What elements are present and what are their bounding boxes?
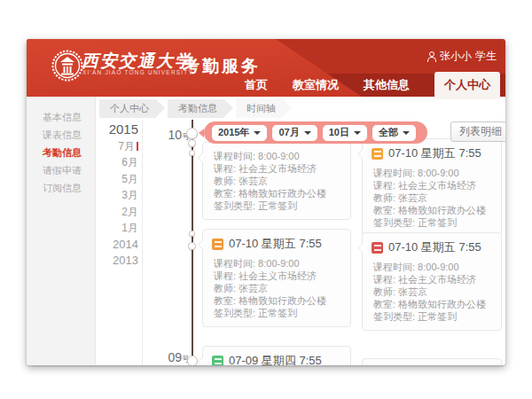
course-time: 课程时间: 8:00-9:00	[373, 167, 490, 179]
month-dropdown[interactable]: 07月	[272, 125, 317, 141]
course-name: 课程: 社会主义市场经济	[214, 162, 340, 175]
chevron-down-icon	[403, 131, 410, 135]
classroom: 教室: 格物致知行政办公楼	[214, 294, 340, 307]
teacher: 教师: 张芸京	[214, 175, 340, 187]
sidebar-item-basic-info[interactable]: 基本信息	[27, 108, 95, 126]
user-role: 学生	[475, 49, 497, 64]
card-title: 07-09 星期四 7:55	[229, 353, 322, 365]
card-pointer	[198, 356, 203, 365]
card-pointer	[198, 153, 203, 163]
list-detail-button[interactable]: 列表明细	[450, 121, 505, 142]
day-label-09: 09号	[151, 349, 190, 365]
attendance-card: 07-09 星期四 7:55 课程时间: 8:00-9:00 课程: 社会主义市…	[202, 346, 351, 365]
breadcrumb-attendance-info[interactable]: 考勤信息	[168, 99, 224, 118]
signin-type: 签到类型: 正常签到	[214, 200, 340, 212]
timeline-year-nav: 2015 7月 6月 5月 3月 2月 1月 2014 2013	[98, 121, 138, 270]
timeline-node	[189, 150, 195, 156]
course-time: 课程时间: 8:00-9:00	[373, 261, 490, 273]
card-title: 07-10 星期五 7:55	[388, 239, 481, 255]
month-nav-jun[interactable]: 6月	[98, 154, 138, 171]
card-title: 07-10 星期五 7:55	[388, 145, 481, 161]
university-logo-icon	[51, 50, 83, 82]
chevron-down-icon	[254, 131, 261, 135]
year-nav-2015[interactable]: 2015	[98, 121, 138, 138]
month-nav-may[interactable]: 5月	[98, 171, 138, 188]
card-pointer	[357, 149, 363, 160]
attendance-card: 07-10 星期五 7:55 课程时间: 8:00-9:00 课程: 社会主义市…	[202, 229, 351, 327]
timeline-node	[186, 128, 198, 139]
sidebar-item-leave-request[interactable]: 请假申请	[27, 161, 95, 179]
sidebar: 基本信息 课表信息 考勤信息 请假申请 订阅信息	[27, 97, 96, 365]
filter-bar: 2015年 07月 10日 全部	[204, 121, 427, 144]
user-info: 张小小 学生	[426, 49, 497, 64]
user-name: 张小小	[440, 49, 472, 64]
course-name: 课程: 社会主义市场经济	[214, 270, 340, 282]
classroom: 教室: 格物致知行政办公楼	[373, 204, 490, 216]
month-nav-jan[interactable]: 1月	[98, 220, 138, 237]
course-name: 课程: 社会主义市场经济	[373, 179, 490, 192]
scope-dropdown[interactable]: 全部	[372, 125, 416, 141]
card-pointer	[198, 239, 203, 250]
card-pointer	[357, 243, 363, 254]
breadcrumb-personal-center[interactable]: 个人中心	[99, 99, 156, 118]
card-title: 07-10 星期五 7:55	[229, 236, 322, 252]
timeline-cursor	[137, 142, 138, 151]
app-window: 西安交通大学 XI'AN JIAO TONG UNIVERSITY 考勤服务 张…	[27, 39, 505, 365]
teacher: 教师: 张芸京	[373, 192, 490, 204]
day-label-10: 10号	[151, 127, 190, 143]
chevron-down-icon	[304, 131, 311, 135]
chevron-down-icon	[354, 131, 361, 135]
app-header: 西安交通大学 XI'AN JIAO TONG UNIVERSITY 考勤服务 张…	[27, 39, 505, 97]
classroom: 教室: 格物致知行政办公楼	[214, 187, 340, 200]
status-badge-icon	[212, 356, 223, 366]
signin-type: 签到类型: 正常签到	[373, 216, 490, 229]
sidebar-item-attendance-info[interactable]: 考勤信息	[27, 144, 95, 161]
teacher: 教师: 张芸京	[373, 286, 490, 298]
course-name: 课程: 社会主义市场经济	[373, 273, 490, 286]
course-time: 课程时间: 8:00-9:00	[214, 150, 340, 162]
university-name-en: XI'AN JIAO TONG UNIVERSITY	[82, 69, 193, 75]
attendance-card	[362, 358, 502, 365]
sidebar-item-subscription-info[interactable]: 订阅信息	[27, 179, 95, 197]
month-nav-mar[interactable]: 3月	[98, 187, 138, 204]
breadcrumb: 个人中心 考勤信息 时间轴	[99, 99, 294, 118]
vertical-divider	[142, 120, 143, 365]
nav-item-home[interactable]: 首页	[245, 77, 268, 93]
status-badge-icon	[372, 148, 383, 160]
month-nav-feb[interactable]: 2月	[98, 204, 138, 221]
timeline-node	[188, 139, 196, 147]
course-time: 课程时间: 8:00-9:00	[214, 257, 340, 270]
person-icon	[426, 51, 436, 61]
timeline-node	[189, 231, 195, 237]
classroom: 教室: 格物致知行政办公楼	[373, 298, 490, 310]
year-nav-2013[interactable]: 2013	[98, 253, 138, 270]
signin-type: 签到类型: 正常签到	[214, 307, 340, 319]
attendance-card: 07-10 星期五 7:55 课程时间: 8:00-9:00 课程: 社会主义市…	[362, 232, 502, 331]
attendance-card: 课程时间: 8:00-9:00 课程: 社会主义市场经济 教师: 张芸京 教室:…	[202, 142, 351, 220]
nav-item-personal-center[interactable]: 个人中心	[434, 72, 500, 99]
month-nav-jul[interactable]: 7月	[98, 138, 138, 155]
signin-type: 签到类型: 正常签到	[373, 310, 490, 323]
breadcrumb-timeline[interactable]: 时间轴	[236, 99, 283, 118]
nav-item-other-info[interactable]: 其他信息	[364, 77, 410, 93]
teacher: 教师: 张芸京	[214, 282, 340, 294]
status-badge-icon	[212, 239, 223, 250]
timeline-node	[188, 242, 196, 250]
day-dropdown[interactable]: 10日	[323, 125, 367, 141]
year-nav-2014[interactable]: 2014	[98, 237, 138, 254]
main-nav: 首页 教室情况 其他信息 个人中心	[245, 74, 500, 97]
status-badge-icon	[372, 242, 383, 254]
nav-item-classrooms[interactable]: 教室情况	[293, 77, 339, 93]
year-dropdown[interactable]: 2015年	[212, 125, 267, 141]
attendance-card: 07-10 星期五 7:55 课程时间: 8:00-9:00 课程: 社会主义市…	[362, 138, 502, 237]
sidebar-item-schedule-info[interactable]: 课表信息	[27, 126, 95, 144]
timeline-node	[187, 356, 198, 365]
